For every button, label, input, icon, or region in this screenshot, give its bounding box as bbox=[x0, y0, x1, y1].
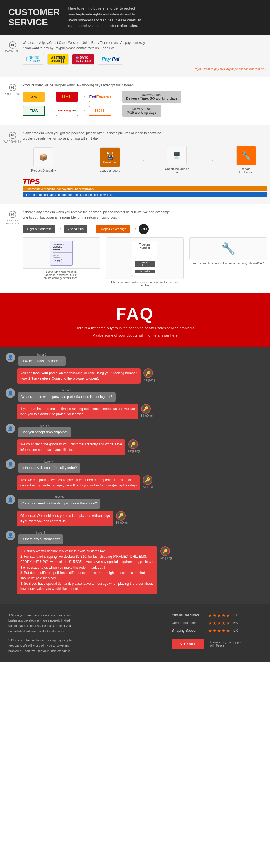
toll-logo: TOLL bbox=[89, 106, 111, 116]
warranty-step-2: MP4 🎬 Disquality.mp4 Leave a record bbox=[100, 148, 121, 172]
shipping-row-1: UPS → DHL → FedExExpress → Delivery Time… bbox=[23, 91, 267, 103]
flow-arrow: → bbox=[89, 226, 94, 232]
faq-item-2: 👤 buyer 2 What can I do when purchase pr… bbox=[6, 388, 264, 420]
shipping-section-num: 02 SHIPPING bbox=[3, 83, 23, 119]
return-card-2-text: Pls use regular postal service andsend u… bbox=[106, 281, 184, 287]
faq-question-6: 👤 buyer 6 Is there any customs tax? bbox=[6, 531, 264, 544]
faq-subtitle-1: Here is a list of the buyers in the shop… bbox=[0, 325, 270, 331]
flow-end: END bbox=[139, 224, 149, 234]
kingdiag-avatar-4: 🔑 bbox=[143, 475, 153, 485]
delivery-box-1: Delivery Time:Delivery Time: 3-5 working… bbox=[122, 91, 181, 103]
return-card-3-text: We receive the items, will repair or exc… bbox=[189, 262, 267, 265]
flow-step-1: 1. get our address bbox=[23, 225, 56, 233]
faq-q4-bubble: Is there any discount for bulky order? bbox=[18, 463, 80, 473]
faq-answer-6: 1. Usually we will declare low value to … bbox=[6, 547, 264, 594]
hkpost-logo: HongKongPost bbox=[56, 106, 78, 116]
faq-title: FAQ bbox=[0, 304, 270, 323]
faq-q3-bubble: Can you Accept drop shipping? bbox=[18, 427, 71, 437]
header-description: Here to remind buyers, in order to prote… bbox=[68, 6, 141, 29]
return-section: 04 RETURN POLICES If there's any problem… bbox=[0, 204, 270, 292]
faq-item-4: 👤 buyer 4 Is there any discount for bulk… bbox=[6, 460, 264, 491]
faq-answer-5: Of course, We could send you the item pi… bbox=[6, 511, 264, 526]
delivery-sheet: DELIVERY DETAILS SHEET ────────────── Na… bbox=[50, 241, 73, 266]
faq-question-2: 👤 buyer 2 What can I do when purchase pr… bbox=[6, 388, 264, 402]
payment-icons:  支付宝ALIPAY WESTERNUNION▐▐ 🏦 BANKTRANSFE… bbox=[23, 54, 267, 65]
kingdiag-avatar-2: 🔑 bbox=[141, 404, 151, 413]
tools-visual: 🔧 bbox=[189, 238, 267, 260]
header-title: CUSTOMER SERVICE bbox=[8, 7, 60, 27]
kingdiag-avatar-3: 🔑 bbox=[128, 439, 138, 449]
shipping-content: Product order will be shipped within 1-2… bbox=[23, 83, 267, 119]
step-arrow: → bbox=[75, 157, 81, 163]
faq-a2-bubble: If your purchase protection time is runn… bbox=[17, 404, 138, 419]
footer-left: 1.Since your feedback is very important … bbox=[8, 613, 160, 654]
rating-row-1: Item as Described: ★★★★★ 5.0 bbox=[172, 613, 262, 618]
arrow-icon: → bbox=[114, 94, 119, 100]
arrow-icon: → bbox=[114, 108, 119, 114]
tracking-box: Tracking Number ──────────────── send to… bbox=[132, 241, 158, 276]
return-cards: DELIVERY DETAILS SHEET ────────────── Na… bbox=[23, 238, 267, 287]
faq-q6-bubble: Is there any customs tax? bbox=[18, 534, 63, 544]
flow-step-3: 3.repair / exchange bbox=[96, 225, 130, 233]
chat-section: 👤 buyer 1 How can I track my parcel? You… bbox=[0, 347, 270, 604]
faq-question-3: 👤 buyer 3 Can you Accept drop shipping? bbox=[6, 424, 264, 437]
product-disquality-icon: 📦 bbox=[33, 148, 53, 167]
step-arrow: → bbox=[139, 157, 145, 163]
arrow-icon: → bbox=[48, 94, 53, 100]
delivery-sheet-visual: DELIVERY DETAILS SHEET ────────────── Na… bbox=[23, 238, 100, 269]
warranty-steps: 📦 Product Disquality → MP4 🎬 Disquality.… bbox=[23, 146, 267, 174]
submit-button[interactable]: SUBMIT bbox=[172, 639, 204, 649]
faq-a1-bubble: You can track your parcel on the followi… bbox=[17, 368, 141, 383]
bank-transfer-icon: 🏦 BANKTRANSFER bbox=[72, 54, 95, 65]
return-flow: 1. get our address → 2.send it us → 3.re… bbox=[23, 224, 267, 234]
warranty-step-4: 🔧 Repair / Exchange bbox=[233, 146, 259, 174]
arrow-icon: → bbox=[81, 108, 86, 114]
tips-box: TIPS Disassemble machine not covered und… bbox=[23, 177, 267, 197]
footer-text-2: 2.Please contact us before leaving any n… bbox=[8, 638, 160, 653]
arrow-icon: → bbox=[48, 108, 53, 114]
faq-item-3: 👤 buyer 3 Can you Accept drop shipping? … bbox=[6, 424, 264, 455]
return-section-num: 04 RETURN POLICES bbox=[3, 210, 23, 287]
tip-line-1: Disassemble machine not covered under wa… bbox=[23, 186, 267, 191]
paypal-note: If you want to pay by Paypal,pleaseconta… bbox=[23, 67, 267, 71]
faq-a6-bubble: 1. Usually we will declare low value to … bbox=[17, 547, 158, 594]
kingdiag-avatar-6: 🔑 bbox=[160, 547, 170, 556]
tools-icon: 🔧 bbox=[221, 242, 235, 255]
faq-q5-bubble: Could you send me the item pictures with… bbox=[18, 499, 100, 508]
warranty-step-3: 🖥️ Check the video / pic bbox=[164, 146, 190, 174]
return-card-1-text: Get out/the seller'sreturnaddress, and w… bbox=[23, 270, 100, 280]
faq-answer-2: If your purchase protection time is runn… bbox=[6, 404, 264, 419]
kingdiag-avatar-5: 🔑 bbox=[116, 511, 126, 521]
payment-content: We accept Alipay,Credit Card, Western Un… bbox=[23, 40, 267, 71]
buyer1-avatar: 👤 bbox=[6, 352, 15, 362]
tips-lines: Disassemble machine not covered under wa… bbox=[23, 186, 267, 197]
faq-item-6: 👤 buyer 6 Is there any customs tax? 1. U… bbox=[6, 531, 264, 594]
ups-logo: UPS bbox=[23, 92, 45, 102]
rating-row-3: Shipping Speed: ★★★★★ 5.0 bbox=[172, 628, 262, 633]
rating-row-2: Communication: ★★★★★ 5.0 bbox=[172, 620, 262, 626]
warranty-content: If any problem when you got the package,… bbox=[23, 130, 267, 198]
fedex-logo: FedExExpress bbox=[89, 92, 111, 102]
faq-question-1: 👤 buyer 1 How can I track my parcel? bbox=[6, 352, 264, 366]
faq-question-4: 👤 buyer 4 Is there any discount for bulk… bbox=[6, 460, 264, 473]
buyer6-avatar: 👤 bbox=[6, 531, 15, 540]
tips-title: TIPS bbox=[23, 177, 40, 186]
repair-icon: 🔧 bbox=[236, 146, 256, 165]
buyer4-avatar: 👤 bbox=[6, 460, 15, 469]
flow-step-2: 2.send it us bbox=[64, 225, 88, 233]
warranty-section-num: 03 WARRANTY bbox=[3, 130, 23, 198]
faq-q1-bubble: How can I track my parcel? bbox=[18, 356, 66, 366]
western-union-icon: WESTERNUNION▐▐ bbox=[47, 54, 69, 65]
payment-section-num: 01 PAYMENT bbox=[3, 40, 23, 71]
header: CUSTOMER SERVICE Here to remind buyers, … bbox=[0, 0, 270, 35]
record-icon: MP4 🎬 Disquality.mp4 bbox=[100, 148, 120, 167]
dhl-logo: DHL bbox=[56, 92, 78, 102]
shipping-row-2: EMS → HongKongPost → TOLL → Delivery Tim… bbox=[23, 105, 267, 117]
faq-section: FAQ Here is a list of the buyers in the … bbox=[0, 293, 270, 347]
faq-q2-bubble: What can I do when purchase protection t… bbox=[18, 392, 115, 402]
tip-line-2: If the product damaged during the transi… bbox=[23, 192, 267, 197]
buyer5-avatar: 👤 bbox=[6, 495, 15, 504]
faq-item-1: 👤 buyer 1 How can I track my parcel? You… bbox=[6, 352, 264, 384]
kingdiag-avatar-1: 🔑 bbox=[143, 368, 153, 378]
delivery-box-2: Delivery Time:7-15 working days bbox=[122, 105, 162, 117]
